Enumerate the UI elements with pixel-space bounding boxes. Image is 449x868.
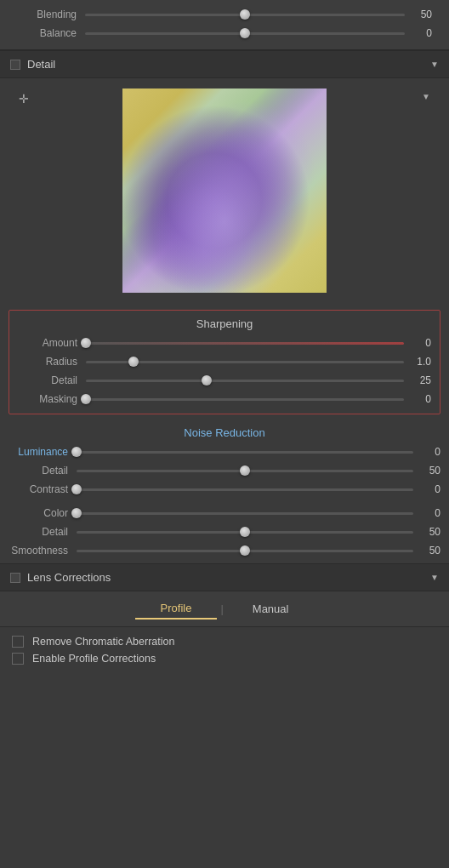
nr-detail2-label: Detail	[9, 526, 77, 538]
remove-ca-row: Remove Chromatic Aberration	[12, 636, 437, 648]
tab-divider: |	[217, 602, 226, 615]
sharpening-detail-value: 25	[404, 374, 431, 386]
remove-ca-label: Remove Chromatic Aberration	[32, 636, 174, 648]
tab-profile[interactable]: Profile	[135, 598, 218, 620]
luminance-slider[interactable]	[77, 451, 413, 454]
masking-label: Masking	[18, 393, 86, 405]
contrast-label: Contrast	[9, 483, 77, 495]
detail-section-header[interactable]: Detail ▼	[0, 50, 449, 78]
luminance-label: Luminance	[9, 446, 77, 458]
amount-row: Amount 0	[18, 337, 431, 349]
balance-slider[interactable]	[85, 32, 405, 35]
color-value: 0	[413, 507, 440, 519]
luminance-row: Luminance 0	[9, 446, 440, 458]
detail-title: Detail	[27, 58, 55, 71]
enable-profile-row: Enable Profile Corrections	[12, 653, 437, 665]
lens-enable-checkbox[interactable]	[10, 573, 20, 583]
blending-value: 50	[405, 9, 432, 20]
noise-reduction-section: Noise Reduction Luminance 0 Detail 50 Co…	[0, 421, 449, 563]
balance-thumb[interactable]	[240, 28, 250, 38]
detail-header-left: Detail	[10, 58, 55, 71]
lens-options: Remove Chromatic Aberration Enable Profi…	[0, 627, 449, 678]
lens-tabs: Profile | Manual	[0, 591, 449, 627]
luminance-thumb[interactable]	[71, 447, 82, 457]
nr-detail2-row: Detail 50	[9, 526, 440, 538]
smoothness-value: 50	[413, 545, 440, 557]
contrast-value: 0	[413, 483, 440, 495]
smoothness-thumb[interactable]	[240, 545, 250, 556]
masking-value: 0	[404, 393, 431, 405]
smoothness-label: Smoothness	[9, 545, 77, 557]
blending-label: Blending	[17, 9, 85, 20]
nr-detail1-label: Detail	[9, 465, 77, 477]
move-icon[interactable]: ✛	[19, 92, 29, 106]
amount-label: Amount	[18, 337, 86, 349]
detail-enable-checkbox[interactable]	[10, 60, 20, 70]
detail-arrow: ▼	[430, 60, 439, 69]
sharpening-detail-thumb[interactable]	[202, 375, 212, 385]
noise-reduction-title: Noise Reduction	[9, 426, 440, 439]
lens-corrections-arrow: ▼	[430, 573, 439, 582]
preview-container: ✛ ▼	[0, 78, 449, 303]
nr-detail2-slider[interactable]	[77, 531, 413, 534]
blending-slider[interactable]	[85, 14, 405, 16]
radius-slider[interactable]	[86, 361, 404, 363]
nr-detail1-row: Detail 50	[9, 465, 440, 477]
sharpening-detail-slider[interactable]	[86, 380, 404, 382]
sharpening-title: Sharpening	[18, 317, 431, 330]
amount-thumb[interactable]	[81, 338, 91, 348]
radius-label: Radius	[18, 356, 86, 368]
balance-row: Balance 0	[17, 27, 432, 39]
balance-label: Balance	[17, 27, 85, 39]
sharpening-section: Sharpening Amount 0 Radius 1.0 Detail 25…	[9, 310, 440, 414]
masking-thumb[interactable]	[81, 394, 91, 404]
lens-corrections-header[interactable]: Lens Corrections ▼	[0, 563, 449, 591]
smoothness-slider[interactable]	[77, 550, 413, 552]
nr-detail2-thumb[interactable]	[240, 527, 250, 537]
sharpening-detail-row: Detail 25	[18, 374, 431, 386]
masking-row: Masking 0	[18, 393, 431, 405]
color-row: Color 0	[9, 507, 440, 519]
amount-slider[interactable]	[86, 342, 404, 345]
lens-header-left: Lens Corrections	[10, 571, 111, 584]
smoothness-row: Smoothness 50	[9, 545, 440, 557]
nr-detail2-value: 50	[413, 526, 440, 538]
preview-image	[122, 89, 327, 293]
nr-detail1-slider[interactable]	[77, 470, 413, 472]
tab-manual[interactable]: Manual	[227, 599, 315, 619]
sharpening-detail-label: Detail	[18, 374, 86, 386]
lens-corrections-title: Lens Corrections	[27, 571, 111, 584]
enable-profile-label: Enable Profile Corrections	[32, 653, 156, 665]
amount-value: 0	[404, 337, 431, 349]
blending-balance-section: Blending 50 Balance 0	[0, 0, 449, 50]
blending-thumb[interactable]	[240, 9, 250, 20]
radius-thumb[interactable]	[128, 357, 139, 367]
contrast-thumb[interactable]	[71, 484, 82, 494]
color-label: Color	[9, 507, 77, 519]
masking-slider[interactable]	[86, 398, 404, 401]
luminance-value: 0	[413, 446, 440, 458]
remove-ca-checkbox[interactable]	[12, 636, 24, 648]
radius-row: Radius 1.0	[18, 356, 431, 368]
color-slider[interactable]	[77, 512, 413, 515]
blending-row: Blending 50	[17, 9, 432, 20]
contrast-row: Contrast 0	[9, 483, 440, 495]
nr-detail1-thumb[interactable]	[240, 465, 250, 476]
radius-value: 1.0	[404, 356, 431, 368]
balance-value: 0	[405, 27, 432, 39]
preview-arrow[interactable]: ▼	[422, 92, 430, 101]
nr-detail1-value: 50	[413, 465, 440, 477]
color-thumb[interactable]	[71, 508, 82, 518]
enable-profile-checkbox[interactable]	[12, 653, 24, 665]
contrast-slider[interactable]	[77, 488, 413, 491]
